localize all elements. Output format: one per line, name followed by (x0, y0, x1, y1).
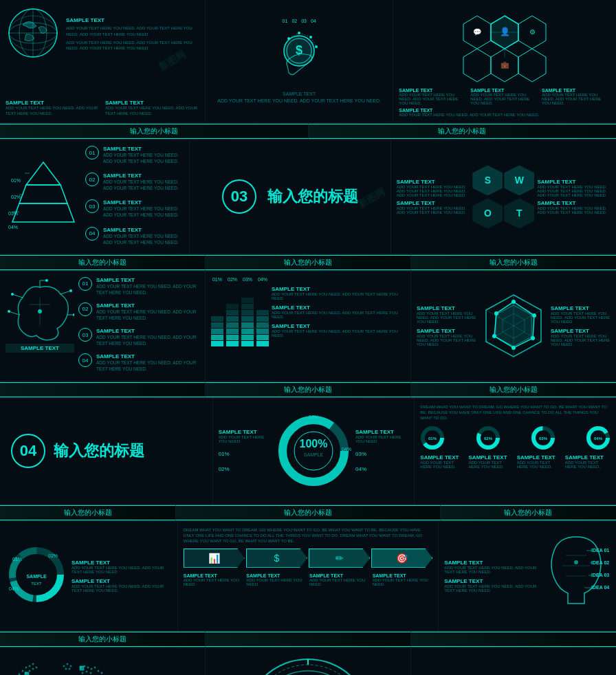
bar-side-text: SAMPLE TEXTADD YOUR TEXT HERE YOU NEED. … (272, 277, 405, 346)
svg-text:04%: 04% (594, 436, 603, 441)
svg-point-134 (98, 670, 100, 672)
svg-point-52 (38, 309, 42, 313)
swot-panel: SAMPLE TEXTADD YOUR TEXT HERE YOU NEED. … (391, 140, 616, 254)
list-item-4: 04 SAMPLE TEXTADD YOUR TEXT HERE YOU NEE… (85, 227, 184, 245)
hex-text-1: SAMPLE TEXT ADD YOUR TEXT HERE YOU NEED.… (399, 88, 468, 105)
ideas-panel: SAMPLE TEXTADD YOUR TEXT HERE YOU NEED. … (439, 522, 616, 630)
svg-text:IDEA 01: IDEA 01 (591, 548, 609, 553)
bar-label-2: 02% (228, 277, 237, 282)
tb2-title: SAMPLE TEXT (105, 100, 199, 106)
svg-text:04%: 04% (8, 225, 18, 230)
svg-text:02%: 02% (484, 436, 493, 441)
svg-text:IDEA 04: IDEA 04 (591, 585, 609, 590)
row5-left-panel: 01% 02% 04% SAMPLE TEXT SAMPLE TEXTADD Y… (0, 522, 178, 630)
list-item-2: 02 SAMPLE TEXTADD YOUR TEXT HERE YOU NEE… (85, 173, 184, 191)
ideas-left-text: SAMPLE TEXTADD YOUR TEXT HERE YOU NEED. … (444, 527, 539, 625)
swot-s: S (472, 165, 503, 195)
num-circle-04: 04 (11, 434, 45, 468)
svg-text:02%: 02% (48, 553, 58, 558)
arrow-bottom-texts: SAMPLE TEXTADD YOUR TEXT HERE YOU NEED. … (184, 573, 433, 586)
small-donut-row: 01% 02% 03% (420, 425, 610, 450)
globe-panel: SAMPLE TEXT ADD YOUR TEXT HERE YOU NEED.… (0, 0, 206, 122)
svg-text:03%: 03% (539, 436, 548, 441)
svg-point-111 (29, 665, 31, 667)
svg-point-63 (512, 300, 516, 304)
radar-panel: SAMPLE TEXTADD YOUR TEXT HERE YOU NEED. … (411, 272, 616, 381)
section-header-14 (411, 632, 616, 647)
bar-col-2 (226, 304, 239, 346)
num-2: 02 (85, 173, 99, 186)
num-3: 03 (85, 199, 99, 213)
bar-chart-area: 01% 02% 03% 04% (211, 277, 405, 346)
bar-label-4: 04% (258, 277, 267, 282)
blank-panel: 新图网 (411, 648, 616, 676)
thanks-panel: 202X MANY THANKS ! (206, 648, 411, 676)
globe-title: SAMPLE TEXT (66, 17, 199, 23)
bar-chart: 01% 02% 03% 04% (211, 277, 269, 346)
svg-point-123 (70, 665, 72, 667)
pie-chart-panel: SAMPLE TEXTADD YOUR TEXT HERE YOU NEED. … (213, 399, 415, 504)
pie-right-text: SAMPLE TEXTADD YOUR TEXT HERE YOU NEED. … (355, 404, 408, 498)
main-title-04: 输入您的标题 (54, 441, 144, 461)
arrows-panel: DREAM WHAT YOU WANT TO DREAM. GO WHERE Y… (178, 522, 439, 630)
list-item-1: 01 SAMPLE TEXTADD YOUR TEXT HERE YOU NEE… (85, 146, 184, 164)
svg-text:SAMPLE: SAMPLE (304, 452, 324, 457)
world-map (6, 654, 199, 676)
svg-text:03%: 03% (309, 414, 318, 419)
svg-point-41 (45, 279, 48, 282)
svg-text:💬: 💬 (473, 27, 482, 36)
svg-point-67 (492, 334, 496, 338)
pie-left-text: SAMPLE TEXTADD YOUR TEXT HERE YOU NEED. … (219, 404, 272, 498)
svg-text:01%: 01% (428, 436, 437, 441)
section-header-12: 输入您的小标题 (0, 632, 206, 647)
bar-col-3 (241, 298, 254, 346)
svg-marker-29 (26, 162, 60, 185)
svg-point-129 (91, 667, 93, 670)
svg-text:💼: 💼 (500, 60, 509, 69)
svg-point-112 (32, 663, 34, 665)
svg-text:100%: 100% (300, 438, 328, 450)
svg-point-131 (82, 672, 84, 674)
svg-text:04%: 04% (342, 447, 351, 452)
svg-point-47 (8, 310, 10, 313)
svg-point-64 (532, 313, 536, 318)
main-title-03: 输入您的标题 (267, 186, 358, 207)
bar-label-3: 03% (243, 277, 252, 282)
svg-text:⚙: ⚙ (529, 28, 536, 36)
svg-point-135 (101, 672, 103, 674)
bar-label-1: 01% (212, 277, 222, 282)
pyramid-list: 01 SAMPLE TEXTADD YOUR TEXT HERE YOU NEE… (85, 146, 184, 248)
title-04-panel: 04 输入您的标题 (0, 399, 213, 504)
swot-left-text: SAMPLE TEXTADD YOUR TEXT HERE YOU NEED. … (397, 146, 470, 248)
num-1: 01 (85, 146, 99, 159)
big-title-03: 03 输入您的标题 (190, 140, 390, 254)
section-header-8: 输入您的小标题 (411, 382, 616, 397)
dream-text-2: DREAM WHAT YOU WANT TO DREAM. GO WHERE Y… (184, 527, 433, 544)
swot-w: W (504, 165, 534, 195)
arrow-3: ✏ (309, 549, 370, 568)
arrow-4: 🎯 (371, 549, 432, 568)
svg-point-45 (73, 313, 74, 316)
main-container: SAMPLE TEXT ADD YOUR TEXT HERE YOU NEED.… (0, 0, 616, 675)
dream-text: DREAM WHAT YOU WANT TO DREAM. GO WHERE Y… (420, 404, 610, 421)
map-panel: SAMPLE TEXTADD YOUR TEXT HERE YOU NEED. … (0, 648, 206, 676)
svg-marker-62 (494, 302, 534, 348)
svg-point-101 (574, 560, 578, 564)
step-indicators: 01 02 03 04 $ (268, 19, 330, 87)
brain-list-4: 04 SAMPLE TEXTADD YOUR TEXT HERE YOU NEE… (78, 353, 199, 372)
globe-body: ADD YOUR TEXT HERE YOU NEED. ADD YOUR TE… (66, 25, 199, 37)
svg-text:01%: 01% (11, 178, 21, 183)
num-4: 04 (85, 227, 99, 241)
tb2-body: ADD YOUR TEXT HERE YOU NEED. ADD YOUR TE… (105, 106, 199, 117)
pyramid-panel: 01% 02% 03% 04% 01 SAMPLE TEXTADD YOUR T… (0, 140, 190, 254)
svg-point-66 (512, 346, 516, 350)
svg-rect-150 (80, 666, 84, 670)
section-header-13 (206, 632, 411, 647)
svg-point-122 (67, 663, 69, 665)
svg-point-115 (29, 670, 31, 672)
svg-point-116 (32, 667, 34, 670)
bar-col-1 (211, 316, 223, 346)
swot-o: O (472, 198, 503, 228)
svg-point-132 (86, 670, 88, 672)
brain-list: 01 SAMPLE TEXTADD YOUR TEXT HERE YOU NEE… (78, 277, 199, 375)
